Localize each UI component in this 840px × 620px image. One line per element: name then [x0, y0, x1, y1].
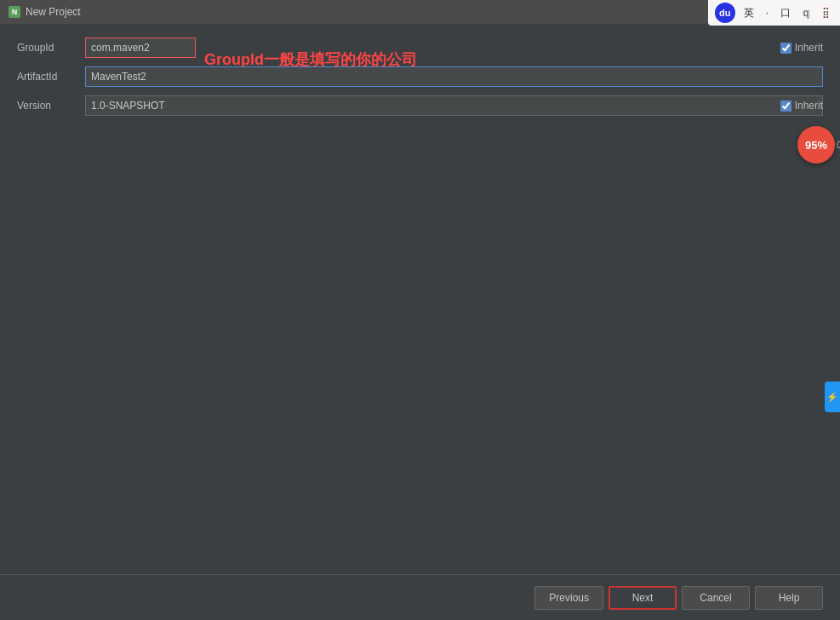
side-badge-area: 95% ↑ 0.0 ↓ [797, 126, 840, 164]
dialog-footer: Previous Next Cancel Help [0, 574, 840, 620]
baidu-logo[interactable]: du [715, 3, 735, 23]
baidu-item-3[interactable]: 𝕢 [799, 5, 814, 20]
baidu-item-2[interactable]: 口 [777, 4, 794, 22]
cancel-button[interactable]: Cancel [682, 586, 750, 610]
artifactid-label: ArtifactId [17, 71, 85, 83]
baidu-item-4[interactable]: ⣿ [819, 5, 833, 20]
groupid-input[interactable] [85, 37, 196, 58]
dialog-content: GroupId Inherit GroupId一般是填写的你的公司 Artifa… [0, 24, 840, 574]
artifactid-input-wrapper [85, 66, 823, 87]
dialog-icon: N [9, 6, 20, 18]
blue-tab-icon: ⚡ [826, 392, 838, 403]
percent-badge[interactable]: 95% [797, 126, 835, 164]
version-row: Version Inherit [17, 95, 823, 116]
version-inherit: Inherit [780, 100, 823, 112]
version-inherit-checkbox[interactable] [780, 100, 791, 112]
baidu-item-0[interactable]: 英 [740, 4, 757, 22]
version-label: Version [17, 100, 85, 112]
baidu-item-1[interactable]: · [763, 5, 772, 20]
version-input-wrapper [85, 95, 823, 116]
next-button[interactable]: Next [609, 586, 677, 610]
side-value: 0.0 [837, 141, 840, 150]
version-inherit-label: Inherit [795, 100, 823, 112]
blue-side-tab[interactable]: ⚡ [825, 382, 840, 412]
dialog-title: New Project [26, 6, 81, 18]
dialog-title-left: N New Project [9, 6, 81, 18]
groupid-inherit-label: Inherit [795, 42, 823, 54]
side-arrows: ↑ 0.0 ↓ [837, 129, 840, 161]
version-input[interactable] [85, 95, 823, 116]
groupid-input-wrapper [85, 37, 823, 58]
baidu-bar: du 英 · 口 𝕢 ⣿ [708, 0, 840, 26]
previous-button[interactable]: Previous [534, 586, 603, 610]
groupid-label: GroupId [17, 42, 85, 54]
help-button[interactable]: Help [755, 586, 823, 610]
artifactid-row: ArtifactId [17, 66, 823, 87]
groupid-inherit-checkbox[interactable] [780, 43, 791, 54]
groupid-row: GroupId Inherit GroupId一般是填写的你的公司 [17, 37, 823, 58]
artifactid-input[interactable] [85, 66, 823, 87]
groupid-inherit: Inherit [780, 42, 823, 54]
new-project-dialog: N New Project ✕ GroupId Inherit GroupId一… [0, 0, 840, 620]
